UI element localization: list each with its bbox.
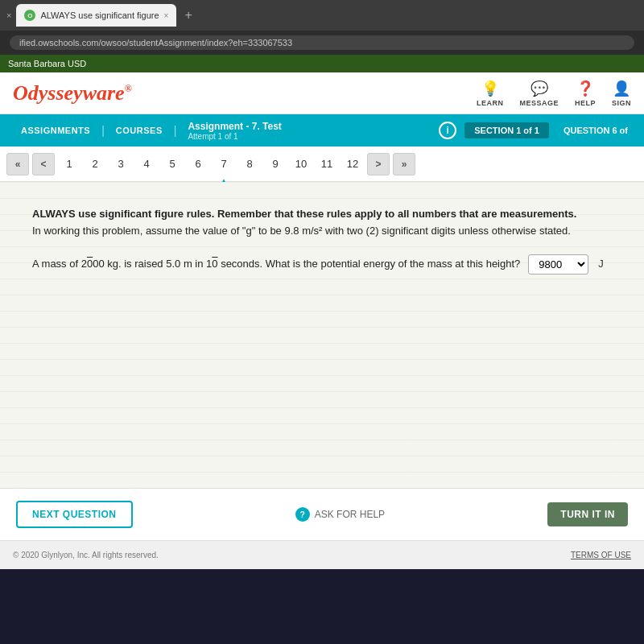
district-name: Santa Barbara USD bbox=[8, 59, 86, 68]
browser-tab[interactable]: O ALWAYS use significant figure × bbox=[16, 4, 176, 27]
page-8[interactable]: 8 bbox=[238, 153, 261, 175]
breadcrumb-assignments[interactable]: ASSIGNMENTS bbox=[10, 114, 101, 147]
page-10[interactable]: 10 bbox=[290, 153, 312, 175]
tab-close-other[interactable]: × bbox=[6, 10, 11, 20]
app-container: Odysseyware® 💡 LEARN 💬 MESSAGE ❓ HELP 👤 … bbox=[0, 72, 644, 569]
terms-of-use-link[interactable]: TERMS OF USE bbox=[571, 551, 631, 559]
help-label: HELP bbox=[575, 99, 596, 107]
app-footer: © 2020 Glynlyon, Inc. All rights reserve… bbox=[0, 540, 644, 569]
address-bar: ified.owschools.com/owsoo/studentAssignm… bbox=[0, 31, 644, 55]
learn-icon: 💡 bbox=[481, 80, 499, 97]
url-bar[interactable]: ified.owschools.com/owsoo/studentAssignm… bbox=[10, 35, 634, 50]
nav-help[interactable]: ❓ HELP bbox=[575, 80, 596, 107]
turn-in-button[interactable]: TURN IT IN bbox=[547, 502, 628, 526]
nav-sign[interactable]: 👤 SIGN bbox=[612, 80, 631, 107]
nav-first-button[interactable]: « bbox=[6, 153, 29, 175]
page-7-current[interactable]: 7 bbox=[213, 153, 235, 175]
nav-prev-button[interactable]: < bbox=[32, 153, 55, 175]
page-3[interactable]: 3 bbox=[109, 153, 132, 175]
nav-learn[interactable]: 💡 LEARN bbox=[477, 80, 504, 107]
page-4[interactable]: 4 bbox=[135, 153, 158, 175]
nav-next-button[interactable]: > bbox=[367, 153, 390, 175]
bottom-bar: NEXT QUESTION ? ASK FOR HELP TURN IT IN bbox=[0, 488, 644, 540]
page-12[interactable]: 12 bbox=[341, 153, 364, 175]
nav-last-button[interactable]: » bbox=[393, 153, 415, 175]
question-prefix: A mass of 2000 kg. is raised 5.0 m in 10… bbox=[32, 255, 520, 273]
instruction-always: ALWAYS use significant figure rules. Rem… bbox=[32, 208, 576, 220]
next-question-button[interactable]: NEXT QUESTION bbox=[16, 501, 133, 528]
sign-label: SIGN bbox=[612, 99, 631, 107]
tab-title: ALWAYS use significant figure bbox=[40, 10, 159, 20]
page-2[interactable]: 2 bbox=[84, 153, 106, 175]
section-badge: SECTION 1 of 1 bbox=[464, 122, 549, 138]
answer-select[interactable]: 9800 98000 980 98 bbox=[528, 254, 588, 275]
breadcrumb-bar: ASSIGNMENTS | COURSES | Assignment - 7. … bbox=[0, 114, 644, 147]
question-badge: QUESTION 6 of bbox=[557, 126, 634, 135]
page-9[interactable]: 9 bbox=[264, 153, 287, 175]
help-icon: ❓ bbox=[576, 80, 594, 97]
instruction-text: ALWAYS use significant figure rules. Rem… bbox=[32, 206, 612, 240]
ask-help-button[interactable]: ? ASK FOR HELP bbox=[295, 507, 385, 522]
instruction-line2: In working this problem, assume the valu… bbox=[32, 225, 571, 237]
answer-unit: J bbox=[598, 255, 604, 273]
message-label: MESSAGE bbox=[519, 99, 559, 107]
question-text: A mass of 2000 kg. is raised 5.0 m in 10… bbox=[32, 254, 612, 275]
learn-label: LEARN bbox=[477, 99, 504, 107]
page-6[interactable]: 6 bbox=[187, 153, 209, 175]
overline-zero-2: 0 bbox=[212, 258, 217, 270]
ask-help-icon: ? bbox=[295, 507, 310, 522]
page-11[interactable]: 11 bbox=[316, 153, 338, 175]
browser-chrome: × O ALWAYS use significant figure × + bbox=[0, 0, 644, 31]
breadcrumb-current-assignment: Assignment - 7. Test Attempt 1 of 1 bbox=[176, 121, 292, 141]
district-bar: Santa Barbara USD bbox=[0, 55, 644, 72]
ask-help-label: ASK FOR HELP bbox=[315, 509, 385, 520]
tab-favicon: O bbox=[24, 10, 35, 21]
nav-message[interactable]: 💬 MESSAGE bbox=[519, 80, 559, 107]
info-button[interactable]: i bbox=[439, 122, 456, 139]
assignment-title: Assignment - 7. Test bbox=[188, 121, 281, 132]
overline-zero-1: 0 bbox=[87, 258, 93, 270]
copyright-text: © 2020 Glynlyon, Inc. All rights reserve… bbox=[13, 551, 159, 559]
breadcrumb-right: i SECTION 1 of 1 QUESTION 6 of bbox=[439, 122, 634, 139]
page-1[interactable]: 1 bbox=[58, 153, 80, 175]
sign-icon: 👤 bbox=[613, 80, 630, 97]
message-icon: 💬 bbox=[530, 80, 548, 97]
main-content: ALWAYS use significant figure rules. Rem… bbox=[0, 182, 644, 488]
assignment-attempt: Attempt 1 of 1 bbox=[188, 132, 281, 141]
page-5[interactable]: 5 bbox=[161, 153, 184, 175]
tab-x-button[interactable]: × bbox=[164, 11, 169, 20]
question-nav: « < 1 2 3 4 5 6 7 8 9 10 11 12 > » bbox=[0, 147, 644, 182]
breadcrumb-courses[interactable]: COURSES bbox=[105, 114, 174, 147]
app-header: Odysseyware® 💡 LEARN 💬 MESSAGE ❓ HELP 👤 … bbox=[0, 72, 644, 114]
header-nav: 💡 LEARN 💬 MESSAGE ❓ HELP 👤 SIGN bbox=[477, 80, 631, 107]
new-tab-button[interactable]: + bbox=[184, 8, 192, 23]
app-logo: Odysseyware® bbox=[13, 81, 132, 105]
